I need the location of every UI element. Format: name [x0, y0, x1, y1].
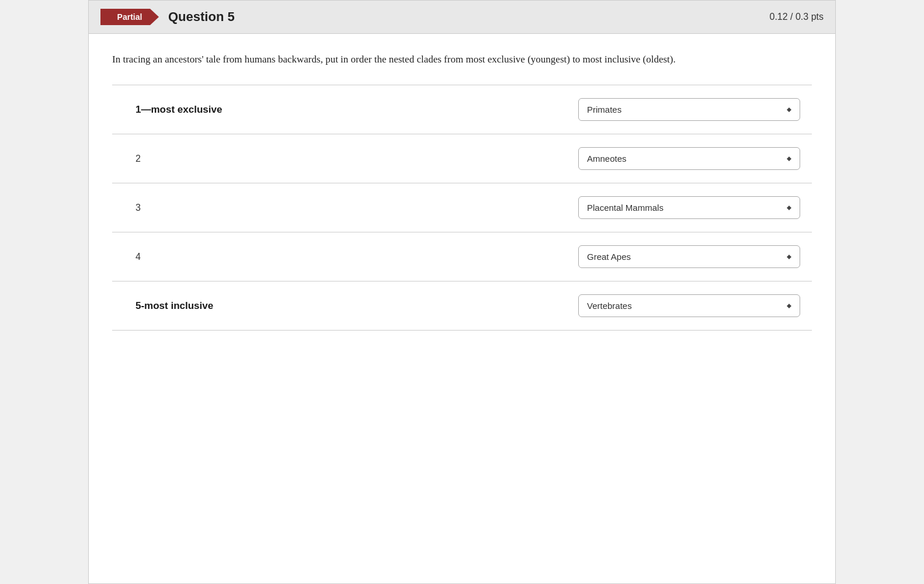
dropdown-select-5[interactable]: PrimatesAmneotesPlacental MammalsGreat A… [578, 294, 800, 317]
question-row-3: 3PrimatesAmneotesPlacental MammalsGreat … [112, 183, 812, 232]
row-label-2: 2 [124, 154, 578, 164]
question-card: Partial Question 5 0.12 / 0.3 pts In tra… [88, 0, 836, 584]
dropdown-select-1[interactable]: PrimatesAmneotesPlacental MammalsGreat A… [578, 98, 800, 121]
question-row-4: 4PrimatesAmneotesPlacental MammalsGreat … [112, 232, 812, 281]
dropdown-wrapper-4: PrimatesAmneotesPlacental MammalsGreat A… [578, 245, 800, 268]
question-header: Partial Question 5 0.12 / 0.3 pts [89, 1, 835, 34]
rows-container: 1—most exclusivePrimatesAmneotesPlacenta… [112, 85, 812, 331]
dropdown-wrapper-2: PrimatesAmneotesPlacental MammalsGreat A… [578, 147, 800, 170]
question-text: In tracing an ancestors' tale from human… [112, 51, 812, 67]
dropdown-select-3[interactable]: PrimatesAmneotesPlacental MammalsGreat A… [578, 196, 800, 219]
question-row-1: 1—most exclusivePrimatesAmneotesPlacenta… [112, 85, 812, 134]
row-label-4: 4 [124, 252, 578, 262]
dropdown-wrapper-5: PrimatesAmneotesPlacental MammalsGreat A… [578, 294, 800, 317]
dropdown-wrapper-3: PrimatesAmneotesPlacental MammalsGreat A… [578, 196, 800, 219]
question-score: 0.12 / 0.3 pts [769, 12, 824, 22]
partial-badge: Partial [100, 9, 159, 25]
question-row-5: 5-most inclusivePrimatesAmneotesPlacenta… [112, 281, 812, 331]
row-label-3: 3 [124, 203, 578, 213]
question-row-2: 2PrimatesAmneotesPlacental MammalsGreat … [112, 134, 812, 183]
question-title: Question 5 [168, 9, 769, 25]
row-label-5: 5-most inclusive [124, 300, 578, 312]
dropdown-wrapper-1: PrimatesAmneotesPlacental MammalsGreat A… [578, 98, 800, 121]
page-container: Partial Question 5 0.12 / 0.3 pts In tra… [0, 0, 924, 584]
question-body: In tracing an ancestors' tale from human… [89, 34, 835, 342]
row-label-1: 1—most exclusive [124, 104, 578, 116]
dropdown-select-4[interactable]: PrimatesAmneotesPlacental MammalsGreat A… [578, 245, 800, 268]
dropdown-select-2[interactable]: PrimatesAmneotesPlacental MammalsGreat A… [578, 147, 800, 170]
